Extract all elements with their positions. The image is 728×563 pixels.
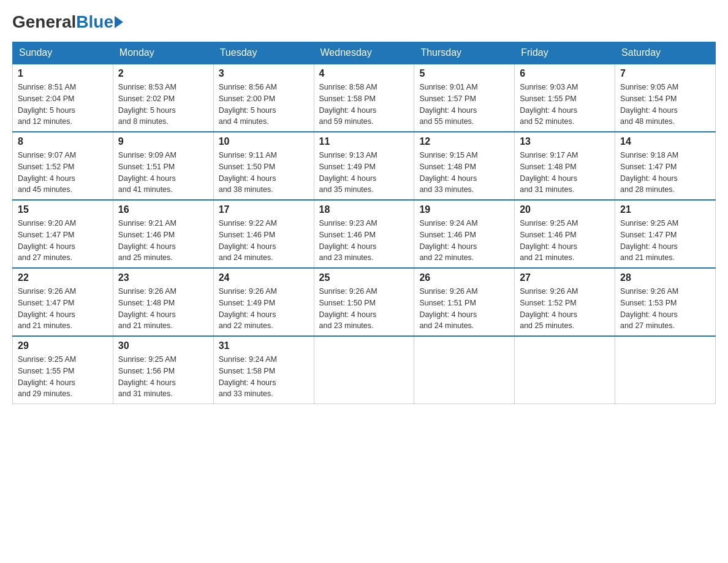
day-number: 27 — [520, 272, 610, 283]
logo-general-text: General — [12, 12, 76, 32]
day-info: Sunrise: 8:56 AMSunset: 2:00 PMDaylight:… — [219, 82, 309, 128]
logo-triangle-icon — [115, 16, 123, 28]
day-info: Sunrise: 9:09 AMSunset: 1:51 PMDaylight:… — [118, 150, 208, 196]
day-number: 7 — [620, 68, 710, 79]
calendar-cell: 16 Sunrise: 9:21 AMSunset: 1:46 PMDaylig… — [113, 200, 213, 268]
day-info: Sunrise: 9:18 AMSunset: 1:47 PMDaylight:… — [620, 150, 710, 196]
calendar-body: 1 Sunrise: 8:51 AMSunset: 2:04 PMDayligh… — [13, 64, 716, 404]
column-header-tuesday: Tuesday — [213, 42, 314, 64]
day-info: Sunrise: 9:26 AMSunset: 1:50 PMDaylight:… — [319, 286, 409, 332]
calendar-cell: 27 Sunrise: 9:26 AMSunset: 1:52 PMDaylig… — [515, 268, 615, 336]
day-number: 30 — [118, 340, 208, 351]
day-info: Sunrise: 8:58 AMSunset: 1:58 PMDaylight:… — [319, 82, 409, 128]
calendar-header-row: SundayMondayTuesdayWednesdayThursdayFrid… — [13, 42, 716, 64]
logo-blue-part: Blue — [76, 12, 123, 32]
day-info: Sunrise: 9:25 AMSunset: 1:47 PMDaylight:… — [620, 218, 710, 264]
day-number: 22 — [18, 272, 108, 283]
day-info: Sunrise: 9:26 AMSunset: 1:53 PMDaylight:… — [620, 286, 710, 332]
day-info: Sunrise: 9:26 AMSunset: 1:51 PMDaylight:… — [419, 286, 509, 332]
day-number: 19 — [419, 204, 509, 215]
day-number: 16 — [118, 204, 208, 215]
day-info: Sunrise: 9:26 AMSunset: 1:49 PMDaylight:… — [219, 286, 309, 332]
calendar-cell: 28 Sunrise: 9:26 AMSunset: 1:53 PMDaylig… — [615, 268, 716, 336]
day-info: Sunrise: 9:17 AMSunset: 1:48 PMDaylight:… — [520, 150, 610, 196]
day-info: Sunrise: 9:25 AMSunset: 1:55 PMDaylight:… — [18, 354, 108, 400]
day-info: Sunrise: 9:26 AMSunset: 1:47 PMDaylight:… — [18, 286, 108, 332]
column-header-monday: Monday — [113, 42, 213, 64]
day-info: Sunrise: 9:25 AMSunset: 1:56 PMDaylight:… — [118, 354, 208, 400]
calendar-cell: 30 Sunrise: 9:25 AMSunset: 1:56 PMDaylig… — [113, 336, 213, 404]
day-info: Sunrise: 9:21 AMSunset: 1:46 PMDaylight:… — [118, 218, 208, 264]
day-number: 4 — [319, 68, 409, 79]
calendar-cell: 10 Sunrise: 9:11 AMSunset: 1:50 PMDaylig… — [213, 132, 314, 200]
day-number: 13 — [520, 136, 610, 147]
day-number: 31 — [219, 340, 309, 351]
day-number: 12 — [419, 136, 509, 147]
day-info: Sunrise: 9:05 AMSunset: 1:54 PMDaylight:… — [620, 82, 710, 128]
day-number: 25 — [319, 272, 409, 283]
week-row-1: 1 Sunrise: 8:51 AMSunset: 2:04 PMDayligh… — [13, 64, 716, 132]
day-info: Sunrise: 9:25 AMSunset: 1:46 PMDaylight:… — [520, 218, 610, 264]
logo: General Blue — [12, 12, 123, 32]
week-row-2: 8 Sunrise: 9:07 AMSunset: 1:52 PMDayligh… — [13, 132, 716, 200]
day-info: Sunrise: 9:22 AMSunset: 1:46 PMDaylight:… — [219, 218, 309, 264]
week-row-4: 22 Sunrise: 9:26 AMSunset: 1:47 PMDaylig… — [13, 268, 716, 336]
day-number: 9 — [118, 136, 208, 147]
day-info: Sunrise: 9:24 AMSunset: 1:58 PMDaylight:… — [219, 354, 309, 400]
calendar-cell: 6 Sunrise: 9:03 AMSunset: 1:55 PMDayligh… — [515, 64, 615, 132]
day-info: Sunrise: 9:13 AMSunset: 1:49 PMDaylight:… — [319, 150, 409, 196]
calendar-cell: 23 Sunrise: 9:26 AMSunset: 1:48 PMDaylig… — [113, 268, 213, 336]
day-info: Sunrise: 9:24 AMSunset: 1:46 PMDaylight:… — [419, 218, 509, 264]
calendar-cell: 9 Sunrise: 9:09 AMSunset: 1:51 PMDayligh… — [113, 132, 213, 200]
column-header-friday: Friday — [515, 42, 615, 64]
day-number: 29 — [18, 340, 108, 351]
day-number: 8 — [18, 136, 108, 147]
calendar-cell — [615, 336, 716, 404]
calendar-cell: 11 Sunrise: 9:13 AMSunset: 1:49 PMDaylig… — [314, 132, 414, 200]
day-number: 6 — [520, 68, 610, 79]
calendar-cell: 14 Sunrise: 9:18 AMSunset: 1:47 PMDaylig… — [615, 132, 716, 200]
day-info: Sunrise: 9:07 AMSunset: 1:52 PMDaylight:… — [18, 150, 108, 196]
week-row-3: 15 Sunrise: 9:20 AMSunset: 1:47 PMDaylig… — [13, 200, 716, 268]
day-number: 3 — [219, 68, 309, 79]
day-number: 28 — [620, 272, 710, 283]
column-header-saturday: Saturday — [615, 42, 716, 64]
day-number: 18 — [319, 204, 409, 215]
day-info: Sunrise: 9:11 AMSunset: 1:50 PMDaylight:… — [219, 150, 309, 196]
calendar-cell: 21 Sunrise: 9:25 AMSunset: 1:47 PMDaylig… — [615, 200, 716, 268]
day-number: 21 — [620, 204, 710, 215]
day-number: 10 — [219, 136, 309, 147]
calendar-cell: 15 Sunrise: 9:20 AMSunset: 1:47 PMDaylig… — [13, 200, 113, 268]
week-row-5: 29 Sunrise: 9:25 AMSunset: 1:55 PMDaylig… — [13, 336, 716, 404]
day-info: Sunrise: 9:15 AMSunset: 1:48 PMDaylight:… — [419, 150, 509, 196]
calendar-cell: 19 Sunrise: 9:24 AMSunset: 1:46 PMDaylig… — [414, 200, 515, 268]
column-header-thursday: Thursday — [414, 42, 515, 64]
day-info: Sunrise: 9:01 AMSunset: 1:57 PMDaylight:… — [419, 82, 509, 128]
logo-blue-text: Blue — [76, 12, 113, 32]
calendar-cell: 5 Sunrise: 9:01 AMSunset: 1:57 PMDayligh… — [414, 64, 515, 132]
calendar-cell: 12 Sunrise: 9:15 AMSunset: 1:48 PMDaylig… — [414, 132, 515, 200]
calendar-cell: 24 Sunrise: 9:26 AMSunset: 1:49 PMDaylig… — [213, 268, 314, 336]
day-number: 26 — [419, 272, 509, 283]
calendar-cell — [515, 336, 615, 404]
calendar-cell: 29 Sunrise: 9:25 AMSunset: 1:55 PMDaylig… — [13, 336, 113, 404]
day-info: Sunrise: 9:20 AMSunset: 1:47 PMDaylight:… — [18, 218, 108, 264]
column-header-wednesday: Wednesday — [314, 42, 414, 64]
calendar-cell: 18 Sunrise: 9:23 AMSunset: 1:46 PMDaylig… — [314, 200, 414, 268]
page-header: General Blue — [12, 12, 716, 32]
column-header-sunday: Sunday — [13, 42, 113, 64]
calendar-cell: 7 Sunrise: 9:05 AMSunset: 1:54 PMDayligh… — [615, 64, 716, 132]
day-number: 20 — [520, 204, 610, 215]
calendar-cell — [314, 336, 414, 404]
day-info: Sunrise: 9:26 AMSunset: 1:48 PMDaylight:… — [118, 286, 208, 332]
calendar-table: SundayMondayTuesdayWednesdayThursdayFrid… — [12, 42, 716, 404]
day-number: 23 — [118, 272, 208, 283]
day-number: 24 — [219, 272, 309, 283]
calendar-cell: 2 Sunrise: 8:53 AMSunset: 2:02 PMDayligh… — [113, 64, 213, 132]
calendar-cell: 4 Sunrise: 8:58 AMSunset: 1:58 PMDayligh… — [314, 64, 414, 132]
day-number: 14 — [620, 136, 710, 147]
day-info: Sunrise: 9:26 AMSunset: 1:52 PMDaylight:… — [520, 286, 610, 332]
calendar-cell: 3 Sunrise: 8:56 AMSunset: 2:00 PMDayligh… — [213, 64, 314, 132]
day-info: Sunrise: 9:23 AMSunset: 1:46 PMDaylight:… — [319, 218, 409, 264]
calendar-cell: 22 Sunrise: 9:26 AMSunset: 1:47 PMDaylig… — [13, 268, 113, 336]
